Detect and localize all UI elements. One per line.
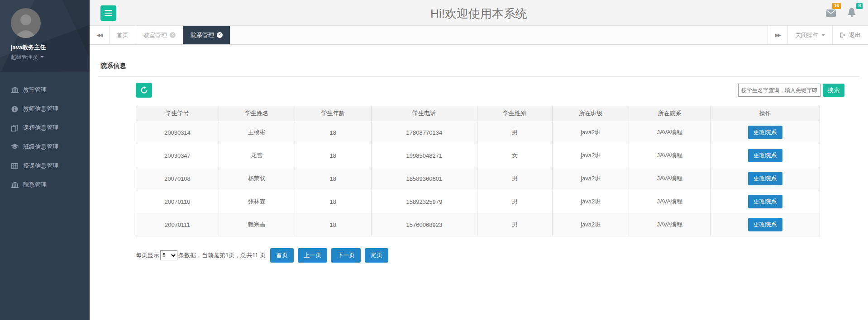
notifications-button[interactable]: 8 xyxy=(847,4,859,17)
cell-student-phone: 17808770134 xyxy=(371,121,477,144)
logout-button[interactable]: 退出 xyxy=(832,26,868,44)
cell-student-id: 20070111 xyxy=(136,213,219,236)
tab-home[interactable]: 首页 xyxy=(110,26,136,44)
column-header: 操作 xyxy=(711,106,820,121)
bank-icon xyxy=(11,182,19,188)
cell-class: java2班 xyxy=(553,190,629,213)
close-tab-icon[interactable] xyxy=(170,32,176,38)
table-row: 20070111 赖宗吉 18 15760068923 男 java2班 JAV… xyxy=(136,213,820,236)
cell-student-gender: 男 xyxy=(477,213,552,236)
pagination-status: 条数据，当前是第1页，总共11 页 xyxy=(178,251,266,259)
cell-class: java2班 xyxy=(553,167,629,190)
tab-department[interactable]: 院系管理 xyxy=(183,26,230,44)
cell-class: java2班 xyxy=(553,121,629,144)
column-header: 学生姓名 xyxy=(219,106,295,121)
cell-student-id: 20070110 xyxy=(136,190,219,213)
change-department-button[interactable]: 更改院系 xyxy=(748,126,782,139)
close-operations-dropdown[interactable]: 关闭操作 xyxy=(787,26,832,44)
tab-label: 院系管理 xyxy=(191,31,214,39)
table-row: 20030314 王桢彬 18 17808770134 男 java2班 JAV… xyxy=(136,121,820,144)
sidebar-item-label: 院系管理 xyxy=(23,181,47,189)
messages-button[interactable]: 16 xyxy=(825,4,837,17)
tabs-scroll-right-button[interactable]: ▶▶ xyxy=(768,26,787,44)
cell-student-name: 王桢彬 xyxy=(219,121,295,144)
person-icon xyxy=(11,8,41,38)
change-department-button[interactable]: 更改院系 xyxy=(748,195,782,208)
cell-class: java2班 xyxy=(553,213,629,236)
info-icon xyxy=(11,106,19,113)
cell-department: JAVA编程 xyxy=(629,167,711,190)
panel-title: 院系信息 xyxy=(90,45,868,76)
column-header: 学生学号 xyxy=(136,106,219,121)
cell-student-gender: 男 xyxy=(477,190,552,213)
change-department-button[interactable]: 更改院系 xyxy=(748,149,782,162)
student-table: 学生学号 学生姓名 学生年龄 学生电话 学生性别 所在班级 所在院系 操作 20… xyxy=(136,106,820,236)
page-size-select[interactable]: 5 xyxy=(160,250,177,260)
sidebar-item-label: 授课信息管理 xyxy=(23,162,58,170)
cell-student-age: 18 xyxy=(295,190,371,213)
cell-student-id: 20030314 xyxy=(136,121,219,144)
avatar xyxy=(11,8,41,38)
cell-student-phone: 18589360601 xyxy=(371,167,477,190)
prev-page-button[interactable]: 上一页 xyxy=(298,248,327,263)
sidebar-item-course-info[interactable]: 课程信息管理 xyxy=(0,118,90,137)
cell-student-phone: 15760068923 xyxy=(371,213,477,236)
close-tab-icon[interactable] xyxy=(217,32,223,38)
cell-student-id: 20030347 xyxy=(136,144,219,167)
content-panel: 院系信息 搜索 学生学号 学生姓名 学生年龄 学生电话 xyxy=(90,45,868,320)
last-page-button[interactable]: 尾页 xyxy=(365,248,388,263)
sidebar-item-label: 课程信息管理 xyxy=(23,124,58,132)
sidebar-item-label: 班级信息管理 xyxy=(23,143,58,151)
search-button[interactable]: 搜索 xyxy=(823,84,844,97)
sidebar-item-classroom[interactable]: 教室管理 xyxy=(0,80,90,99)
cell-student-age: 18 xyxy=(295,144,371,167)
cell-student-age: 18 xyxy=(295,167,371,190)
sidebar-item-label: 教师信息管理 xyxy=(23,105,58,113)
envelope-icon xyxy=(825,9,836,17)
table-row: 20030347 龙雪 18 19985048271 女 java2班 JAVA… xyxy=(136,144,820,167)
toolbar: 搜索 xyxy=(90,77,868,106)
top-header: Hi!欢迎使用本系统 16 8 xyxy=(90,0,868,26)
change-department-button[interactable]: 更改院系 xyxy=(748,172,782,185)
search-input[interactable] xyxy=(738,84,820,97)
first-page-button[interactable]: 首页 xyxy=(270,248,294,263)
refresh-button[interactable] xyxy=(136,83,152,98)
graduation-cap-icon xyxy=(11,144,19,151)
user-panel: java教务主任 超级管理员 xyxy=(0,0,90,72)
cell-student-age: 18 xyxy=(295,213,371,236)
column-header: 学生电话 xyxy=(371,106,477,121)
pagination: 每页显示 5 条数据，当前是第1页，总共11 页 首页 上一页 下一页 尾页 xyxy=(136,248,868,263)
cell-department: JAVA编程 xyxy=(629,121,711,144)
double-chevron-left-icon: ◀◀ xyxy=(97,33,102,38)
change-department-button[interactable]: 更改院系 xyxy=(748,218,782,231)
sidebar-item-department[interactable]: 院系管理 xyxy=(0,175,90,194)
table-header-row: 学生学号 学生姓名 学生年龄 学生电话 学生性别 所在班级 所在院系 操作 xyxy=(136,106,820,121)
cell-department: JAVA编程 xyxy=(629,190,711,213)
sidebar-menu: 教室管理 教师信息管理 课程信息管理 班级信息管理 授课信息管理 xyxy=(0,80,90,194)
cell-student-gender: 男 xyxy=(477,167,552,190)
page-title: Hi!欢迎使用本系统 xyxy=(90,6,868,22)
tab-classroom[interactable]: 教室管理 xyxy=(136,26,183,44)
tab-label: 教室管理 xyxy=(143,31,167,39)
tabs-scroll-left-button[interactable]: ◀◀ xyxy=(90,26,110,44)
user-role-dropdown[interactable]: 超级管理员 xyxy=(11,53,90,61)
cell-student-id: 20070108 xyxy=(136,167,219,190)
cell-student-name: 龙雪 xyxy=(219,144,295,167)
sidebar-item-teacher-info[interactable]: 教师信息管理 xyxy=(0,99,90,118)
sidebar-item-class-info[interactable]: 班级信息管理 xyxy=(0,137,90,156)
column-header: 学生性别 xyxy=(477,106,552,121)
bell-icon xyxy=(847,7,856,17)
cell-student-name: 张林森 xyxy=(219,190,295,213)
cell-department: JAVA编程 xyxy=(629,213,711,236)
refresh-icon xyxy=(140,86,148,94)
logout-icon xyxy=(840,32,846,38)
next-page-button[interactable]: 下一页 xyxy=(331,248,361,263)
sidebar: java教务主任 超级管理员 教室管理 教师信息管理 课程信息管理 班级信息管 xyxy=(0,0,90,320)
tab-bar: ◀◀ 首页 教室管理 院系管理 ▶▶ 关闭操作 xyxy=(90,26,868,45)
column-header: 学生年龄 xyxy=(295,106,371,121)
copy-icon xyxy=(11,125,19,132)
bank-icon xyxy=(11,87,19,94)
page-size-prefix: 每页显示 xyxy=(136,251,159,259)
double-chevron-right-icon: ▶▶ xyxy=(775,33,780,38)
sidebar-item-teaching-info[interactable]: 授课信息管理 xyxy=(0,156,90,175)
